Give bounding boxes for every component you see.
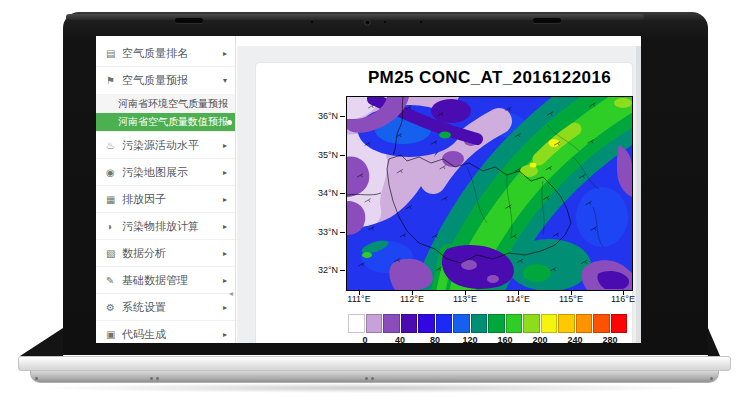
y-axis-tick-label: 36°N	[306, 111, 338, 121]
x-axis-tick	[571, 291, 572, 295]
bell-icon: ⚑	[106, 75, 122, 86]
chevron-down-icon: ▾	[223, 76, 227, 85]
sidebar-item-label: 代码生成	[122, 327, 223, 342]
sidebar-item-label: 基础数据管理	[122, 273, 223, 288]
ranking-icon: ▤	[106, 48, 122, 59]
sidebar-item-label: 排放因子	[122, 192, 223, 207]
pm25-concentration-map	[346, 96, 633, 291]
colorbar-swatch	[611, 314, 628, 333]
bezel-dot	[384, 21, 386, 23]
colorbar-swatch	[348, 314, 365, 333]
sidebar-item-air-quality-ranking[interactable]: ▤ 空气质量排名 ▸	[96, 40, 235, 67]
colorbar-tick-label: 40	[395, 335, 405, 343]
table-icon: ▧	[106, 248, 122, 259]
y-axis-tick-label: 34°N	[306, 188, 338, 198]
colorbar-tick-label: 200	[532, 335, 547, 343]
x-axis-tick-label: 115°E	[559, 294, 583, 304]
base-foot	[710, 377, 713, 380]
x-axis-tick-label: 114°E	[506, 294, 530, 304]
code-icon: ▣	[106, 329, 122, 340]
x-axis-tick-label: 113°E	[453, 294, 477, 304]
y-axis-tick-label: 32°N	[306, 265, 338, 275]
sidebar-item-label: 污染源活动水平	[122, 138, 223, 153]
sidebar-item-system-settings[interactable]: ⚙ 系统设置 ▸	[96, 294, 235, 321]
colorbar-swatch	[558, 314, 575, 333]
chart-panel: PM25 CONC_AT_2016122016	[255, 62, 633, 343]
y-axis-tick	[340, 232, 345, 233]
laptop-hinge-left	[20, 328, 63, 356]
bezel-slot-left	[175, 18, 203, 23]
sidebar-item-data-analysis[interactable]: ▧ 数据分析 ▸	[96, 240, 235, 267]
laptop-base-bottom	[30, 371, 719, 383]
chevron-right-icon: ▸	[223, 49, 227, 58]
sidebar-item-label: 空气质量预报	[122, 73, 223, 88]
sidebar-subitem-label: 河南省环境空气质量预报	[118, 97, 228, 111]
activity-icon: ♨	[106, 140, 122, 151]
sidebar-submenu-forecast: 河南省环境空气质量预报 河南省空气质量数值预报	[96, 94, 235, 132]
sidebar-item-label: 数据分析	[122, 246, 223, 261]
sidebar-item-label: 污染物排放计算	[122, 219, 223, 234]
sidebar-subitem-henan-numeric-forecast[interactable]: 河南省空气质量数值预报	[96, 113, 235, 131]
colorbar-swatch	[541, 314, 558, 333]
bezel-dot	[420, 21, 422, 23]
colorbar-legend	[348, 314, 627, 333]
colorbar-swatch	[418, 314, 435, 333]
laptop-screen: ▤ 空气质量排名 ▸ ⚑ 空气质量预报 ▾ 河南省环境空气质量预报 河南省空气质…	[96, 36, 641, 343]
y-axis-tick-label: 35°N	[306, 150, 338, 160]
base-foot	[371, 377, 374, 380]
laptop-hinge-right	[708, 328, 720, 356]
colorbar-tick-label: 120	[462, 335, 477, 343]
x-axis-tick	[518, 291, 519, 295]
globe-icon: ◉	[106, 167, 122, 178]
sidebar-collapse-handle[interactable]: ◂	[229, 290, 233, 298]
sidebar-item-emission-factors[interactable]: ▦ 排放因子 ▸	[96, 186, 235, 213]
sidebar-item-pollutant-emission-calc[interactable]: ◑ 污染物排放计算 ▸	[96, 213, 235, 240]
pencil-icon: ✎	[106, 275, 122, 286]
x-axis-tick-label: 116°E	[611, 294, 635, 304]
laptop-shadow	[40, 383, 700, 393]
y-axis-tick	[340, 193, 345, 194]
colorbar-swatch	[576, 314, 593, 333]
chevron-right-icon: ▸	[223, 222, 227, 231]
y-axis-tick	[340, 116, 345, 117]
sidebar-item-label: 空气质量排名	[122, 46, 223, 61]
colorbar-tick-label: 160	[497, 335, 512, 343]
scrollbar[interactable]	[636, 46, 641, 343]
colorbar-tick-label: 280	[602, 335, 617, 343]
colorbar-swatch	[453, 314, 470, 333]
colorbar-swatch	[506, 314, 523, 333]
bezel-dot	[311, 21, 313, 23]
chevron-right-icon: ▸	[223, 330, 227, 339]
base-foot	[365, 377, 368, 380]
colorbar-swatch	[366, 314, 383, 333]
chevron-right-icon: ▸	[223, 303, 227, 312]
colorbar-tick-labels: 0 40 80 120 160 200 240 280	[348, 335, 627, 343]
sidebar-nav: ▤ 空气质量排名 ▸ ⚑ 空气质量预报 ▾ 河南省环境空气质量预报 河南省空气质…	[96, 36, 236, 343]
x-axis-tick-label: 112°E	[400, 294, 424, 304]
colorbar-swatch	[593, 314, 610, 333]
sidebar-subitem-henan-env-forecast[interactable]: 河南省环境空气质量预报	[96, 94, 235, 113]
laptop-base	[18, 356, 731, 371]
y-axis-tick	[340, 155, 345, 156]
sidebar-item-pollution-source-activity[interactable]: ♨ 污染源活动水平 ▸	[96, 132, 235, 159]
chevron-right-icon: ▸	[223, 249, 227, 258]
chevron-right-icon: ▸	[223, 276, 227, 285]
bezel-slot-right	[533, 18, 561, 23]
sidebar-item-code-generation[interactable]: ▣ 代码生成 ▸	[96, 321, 235, 343]
colorbar-swatch	[523, 314, 540, 333]
map-canvas	[347, 97, 632, 290]
laptop-mockup-scene: ▤ 空气质量排名 ▸ ⚑ 空气质量预报 ▾ 河南省环境空气质量预报 河南省空气质…	[0, 0, 736, 400]
sidebar-item-base-data-management[interactable]: ✎ 基础数据管理 ▸	[96, 267, 235, 294]
chevron-right-icon: ▸	[223, 141, 227, 150]
grid-icon: ▦	[106, 194, 122, 205]
sidebar-item-air-quality-forecast[interactable]: ⚑ 空气质量预报 ▾	[96, 67, 235, 94]
sidebar-item-pollution-map-display[interactable]: ◉ 污染地图展示 ▸	[96, 159, 235, 186]
x-axis-tick	[412, 291, 413, 295]
sidebar-item-label: 系统设置	[122, 300, 223, 315]
base-foot	[150, 377, 153, 380]
colorbar-swatch	[471, 314, 488, 333]
colorbar-tick-label: 80	[430, 335, 440, 343]
gear-icon: ⚙	[106, 302, 122, 313]
x-axis-tick	[623, 291, 624, 295]
chart-title: PM25 CONC_AT_2016122016	[346, 68, 633, 88]
